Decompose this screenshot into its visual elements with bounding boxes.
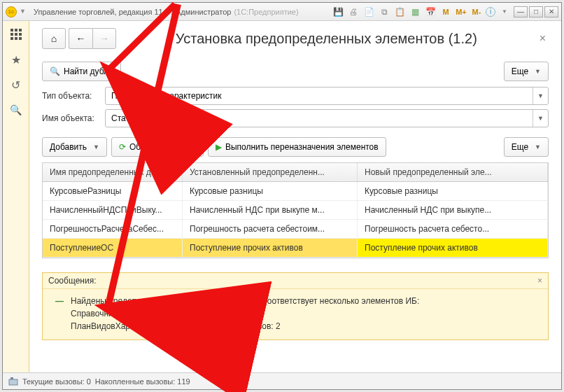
clipboard-icon[interactable]: 📋 <box>393 6 406 18</box>
table-row[interactable]: ПогрешностьРасчетаСебес...Погрешность ра… <box>43 220 548 239</box>
execute-reassign-button[interactable]: ▶ Выполнить переназначения элементов <box>208 137 386 157</box>
app-menu-dropdown-icon[interactable]: ▼ <box>20 8 28 16</box>
add-button[interactable]: Добавить ▼ <box>42 137 107 157</box>
message-line-1: Справочник.ВидыКонтактнойИнформации: 1 <box>71 307 540 320</box>
col-header-1[interactable]: Установленный предопределенн... <box>183 163 358 181</box>
page-close-button[interactable]: × <box>537 32 549 45</box>
table-cell: НачисленныйНДСПриВыку... <box>43 201 183 219</box>
main-content: ⌂ ← → Установка предопределенных элемент… <box>29 21 561 372</box>
refresh-label: Обновить список <box>129 142 196 152</box>
page-title: Установка предопределенных элементов (1.… <box>116 31 537 47</box>
compare-icon[interactable]: ⧉ <box>378 6 390 18</box>
m-button[interactable]: M <box>439 6 452 18</box>
history-icon[interactable]: ↺ <box>10 78 22 91</box>
message-bullet-icon: — <box>55 295 64 307</box>
star-icon[interactable]: ★ <box>10 53 22 66</box>
name-dropdown-icon[interactable]: ▼ <box>533 110 548 127</box>
app-name: (1С:Предприятие) <box>234 8 298 16</box>
doc-icon[interactable]: 📄 <box>362 6 375 18</box>
col-header-2[interactable]: Новый предопределенный эле... <box>358 163 548 181</box>
titlebar: 1c ▼ Управление торговлей, редакция 11.1… <box>3 3 561 21</box>
table-cell: Начисленный НДС при выкупе... <box>358 201 548 219</box>
search-icon[interactable]: 🔍 <box>10 104 22 116</box>
execute-label: Выполнить переназначения элементов <box>225 142 379 152</box>
nav-forward-button[interactable]: → <box>92 28 116 49</box>
more-button-2[interactable]: Еще ▼ <box>504 137 549 157</box>
save-icon[interactable]: 💾 <box>332 6 344 18</box>
close-button[interactable]: ✕ <box>544 6 558 18</box>
refresh-icon: ⟳ <box>119 142 126 152</box>
table-cell: Погрешность расчета себесто... <box>358 220 548 238</box>
status-current: Текущие вызовы: 0 <box>22 377 91 386</box>
table-cell: Поступление прочих активов <box>183 239 358 257</box>
m-plus-button[interactable]: M+ <box>455 6 467 18</box>
chevron-down-icon: ▼ <box>93 144 99 150</box>
table-row[interactable]: КурсовыеРазницыКурсовые разницыКурсовые … <box>43 182 548 201</box>
name-select[interactable]: СтатьиРасходов ▼ <box>105 109 549 127</box>
table-cell: Начисленный НДС при выкупе м... <box>183 201 358 219</box>
find-duplicates-label: Найти дубли <box>64 66 113 76</box>
type-select[interactable]: Планы видов характеристик ▼ <box>105 87 549 105</box>
table-cell: ПоступлениеОС <box>43 239 183 257</box>
add-label: Добавить <box>50 142 87 152</box>
magnifier-icon: 🔍 <box>50 66 60 76</box>
refresh-list-button[interactable]: ⟳ Обновить список <box>111 137 204 157</box>
chevron-down-icon: ▼ <box>535 144 541 150</box>
col-header-0[interactable]: Имя предопределенных д... <box>43 163 183 181</box>
svg-rect-1 <box>10 377 13 379</box>
name-value: СтатьиРасходов <box>111 113 176 123</box>
table-cell: Погрешность расчета себестоим... <box>183 220 358 238</box>
info-icon[interactable]: i <box>486 7 495 17</box>
home-button[interactable]: ⌂ <box>42 28 66 49</box>
messages-panel: Сообщения: × — Найдены предопределенные … <box>42 272 549 340</box>
type-label: Тип объекта: <box>42 91 105 101</box>
apps-grid-icon[interactable] <box>10 28 22 41</box>
messages-header: Сообщения: <box>48 276 96 286</box>
minimize-button[interactable]: — <box>514 6 528 18</box>
message-line-0: Найдены предопределенные значения, котор… <box>71 295 540 307</box>
calendar-icon[interactable]: 📅 <box>424 6 437 18</box>
status-icon <box>8 377 18 386</box>
window-title: Управление торговлей, редакция 11.1 / Ад… <box>34 8 231 16</box>
more-label: Еще <box>512 66 528 76</box>
m-minus-button[interactable]: M- <box>470 6 483 18</box>
table-cell: Курсовые разницы <box>358 182 548 200</box>
message-body: — Найдены предопределенные значения, кот… <box>43 288 548 340</box>
table-header: Имя предопределенных д... Установленный … <box>43 163 548 182</box>
messages-close-button[interactable]: × <box>537 276 542 286</box>
table-cell: ПогрешностьРасчетаСебес... <box>43 220 183 238</box>
table-cell: Курсовые разницы <box>183 182 358 200</box>
more-label-2: Еще <box>512 142 528 152</box>
status-bar: Текущие вызовы: 0 Накопленные вызовы: 11… <box>3 372 561 389</box>
maximize-button[interactable]: □ <box>529 6 543 18</box>
nav-back-button[interactable]: ← <box>69 28 92 49</box>
table-row[interactable]: НачисленныйНДСПриВыку...Начисленный НДС … <box>43 201 548 220</box>
table-cell: КурсовыеРазницы <box>43 182 183 200</box>
name-label: Имя объекта: <box>42 113 105 123</box>
info-dropdown-icon[interactable]: ▼ <box>498 6 511 18</box>
chevron-down-icon: ▼ <box>535 68 541 75</box>
play-icon: ▶ <box>216 142 222 152</box>
message-line-2: ПланВидовХарактеристик.СтатьиАктивовПасс… <box>71 320 540 332</box>
svg-rect-0 <box>9 379 17 385</box>
table-row[interactable]: ПоступлениеОСПоступление прочих активовП… <box>43 239 548 258</box>
calc-icon[interactable]: ▦ <box>409 6 421 18</box>
app-logo-icon: 1c <box>6 6 17 18</box>
more-button-1[interactable]: Еще ▼ <box>504 62 549 81</box>
elements-table: Имя предопределенных д... Установленный … <box>42 162 549 258</box>
find-duplicates-button[interactable]: 🔍 Найти дубли <box>42 62 121 81</box>
table-cell: Поступление прочих активов <box>358 239 548 257</box>
type-dropdown-icon[interactable]: ▼ <box>533 88 548 104</box>
left-sidebar: ★ ↺ 🔍 <box>3 21 29 372</box>
status-accum: Накопленные вызовы: 119 <box>95 377 190 386</box>
print-icon[interactable]: 🖨 <box>347 6 360 18</box>
type-value: Планы видов характеристик <box>111 91 221 101</box>
